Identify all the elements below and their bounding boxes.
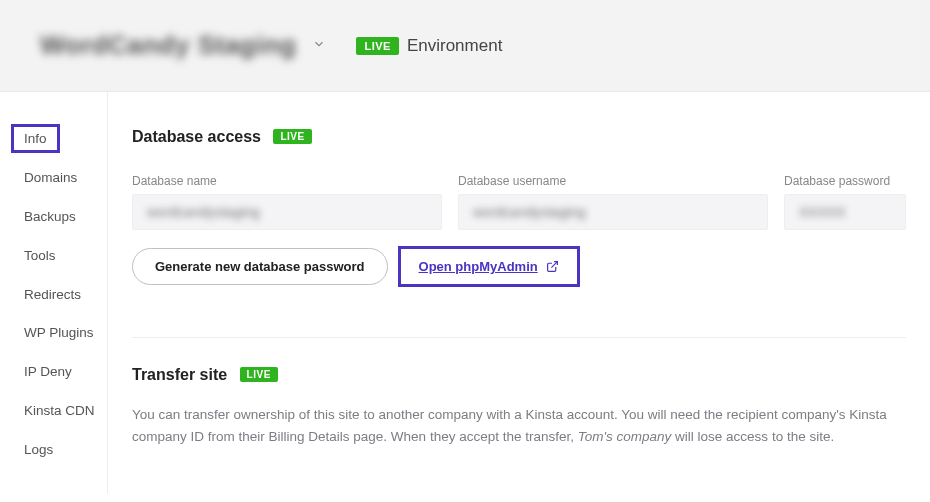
generate-password-button[interactable]: Generate new database password [132, 248, 388, 285]
db-user-label: Database username [458, 174, 768, 188]
main-content: Database access LIVE Database name wordc… [108, 92, 930, 494]
site-name: WordCandy Staging [40, 30, 296, 61]
sidebar-item-info[interactable]: Info [0, 120, 107, 159]
sidebar-item-kinsta-cdn[interactable]: Kinsta CDN [0, 392, 107, 431]
sidebar-item-logs[interactable]: Logs [0, 431, 107, 470]
db-user-field: wordcandystaging [458, 194, 768, 230]
page-header: WordCandy Staging LIVE Environment [0, 0, 930, 92]
site-switcher-chevron[interactable] [312, 37, 326, 54]
env-live-badge: LIVE [356, 37, 398, 55]
sidebar: Info Domains Backups Tools Redirects WP … [0, 92, 108, 494]
open-phpmyadmin-link[interactable]: Open phpMyAdmin [419, 259, 538, 274]
db-name-label: Database name [132, 174, 442, 188]
sidebar-item-backups[interactable]: Backups [0, 198, 107, 237]
open-phpmyadmin-highlight: Open phpMyAdmin [398, 246, 580, 287]
external-link-icon [546, 260, 559, 273]
sidebar-item-domains[interactable]: Domains [0, 159, 107, 198]
section-divider [132, 337, 906, 338]
db-live-badge: LIVE [273, 129, 311, 144]
db-pass-label: Database password [784, 174, 906, 188]
env-label: Environment [407, 36, 502, 56]
sidebar-item-redirects[interactable]: Redirects [0, 276, 107, 315]
transfer-heading: Transfer site LIVE [132, 366, 906, 384]
sidebar-item-wp-plugins[interactable]: WP Plugins [0, 314, 107, 353]
db-access-heading: Database access LIVE [132, 128, 906, 146]
db-name-field: wordcandystaging [132, 194, 442, 230]
sidebar-item-tools[interactable]: Tools [0, 237, 107, 276]
transfer-live-badge: LIVE [240, 367, 278, 382]
svg-line-0 [551, 262, 557, 268]
transfer-description: You can transfer ownership of this site … [132, 404, 892, 447]
sidebar-item-ip-deny[interactable]: IP Deny [0, 353, 107, 392]
db-pass-field: XXXXX [784, 194, 906, 230]
